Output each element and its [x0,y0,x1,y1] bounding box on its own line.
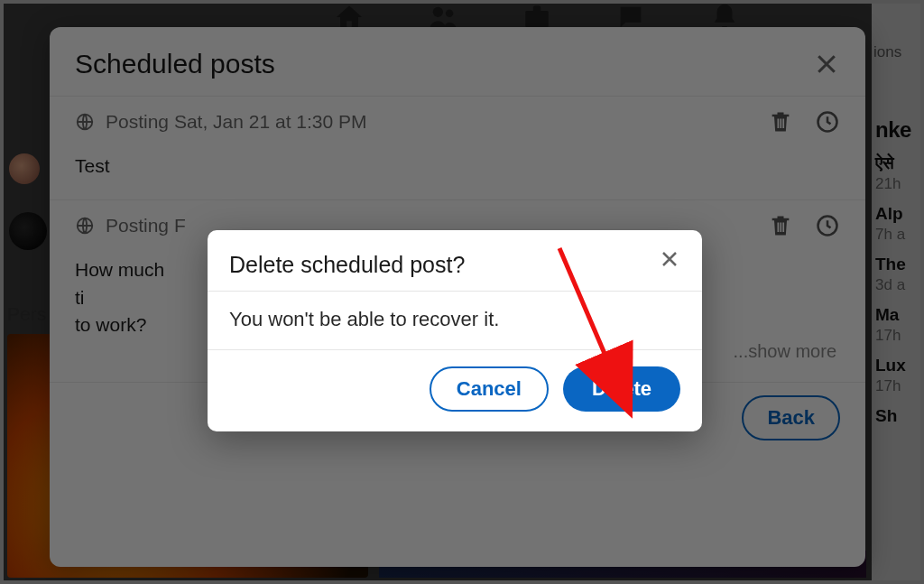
dialog-title: Delete scheduled post? [229,252,465,278]
delete-button[interactable]: Delete [563,366,680,412]
cancel-button[interactable]: Cancel [430,366,549,412]
close-icon[interactable] [659,248,680,270]
dialog-body: You won't be able to recover it. [208,291,702,350]
delete-confirm-dialog: Delete scheduled post? You won't be able… [208,230,702,431]
